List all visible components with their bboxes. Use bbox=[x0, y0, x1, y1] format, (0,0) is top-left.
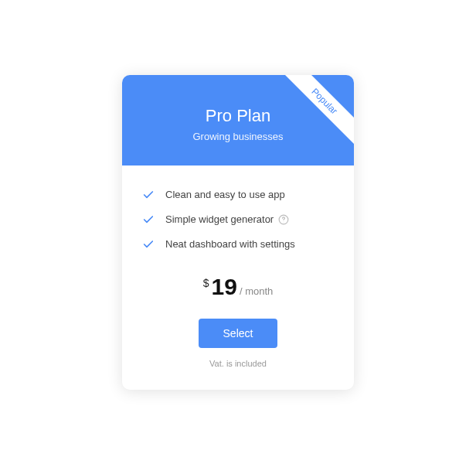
feature-item: Clean and easy to use app bbox=[142, 189, 334, 201]
ribbon-label: Popular bbox=[280, 75, 354, 146]
check-icon bbox=[142, 189, 155, 201]
vat-note: Vat. is included bbox=[142, 359, 334, 368]
check-icon bbox=[142, 238, 155, 251]
popular-ribbon: Popular bbox=[269, 75, 354, 160]
price-currency: $ bbox=[203, 277, 209, 289]
card-body: Clean and easy to use app Simple widget … bbox=[122, 165, 354, 390]
svg-point-1 bbox=[284, 221, 284, 222]
feature-list: Clean and easy to use app Simple widget … bbox=[142, 189, 334, 251]
feature-label: Clean and easy to use app bbox=[165, 189, 285, 200]
feature-item: Simple widget generator bbox=[142, 213, 334, 226]
feature-label: Simple widget generator bbox=[165, 213, 274, 225]
price: $ 19 / month bbox=[142, 275, 334, 299]
price-period: / month bbox=[240, 285, 273, 297]
help-icon[interactable] bbox=[278, 214, 289, 225]
feature-item: Neat dashboard with settings bbox=[142, 238, 334, 251]
card-header: Popular Pro Plan Growing businesses bbox=[122, 75, 354, 165]
pricing-card: Popular Pro Plan Growing businesses Clea… bbox=[122, 75, 354, 390]
select-button[interactable]: Select bbox=[199, 319, 278, 348]
price-amount: 19 bbox=[212, 275, 237, 299]
feature-label: Neat dashboard with settings bbox=[165, 238, 295, 250]
check-icon bbox=[142, 213, 155, 226]
